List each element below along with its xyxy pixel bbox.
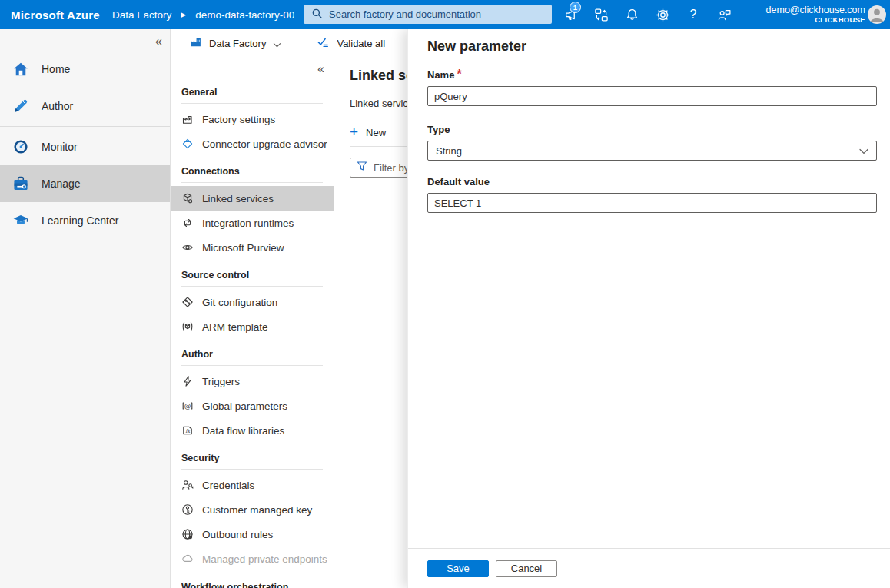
cancel-button[interactable]: Cancel xyxy=(496,560,557,577)
name-input[interactable] xyxy=(427,86,877,106)
default-value-input[interactable] xyxy=(427,193,877,213)
nav-item-label: Managed private endpoints xyxy=(202,553,327,565)
left-navigation: « Home Author Monitor Manage xyxy=(0,29,171,588)
svg-text:@: @ xyxy=(184,402,191,410)
collapse-sidenav-icon[interactable]: « xyxy=(317,61,324,77)
default-value-label: Default value xyxy=(427,176,490,188)
manage-side-nav: « General Factory settings Connector upg… xyxy=(171,58,334,588)
type-select[interactable]: String xyxy=(427,141,877,161)
nav-item-label: Data flow libraries xyxy=(202,425,284,437)
sidebar-item-label: Manage xyxy=(42,178,81,190)
account-tenant: CLICKHOUSE xyxy=(815,16,865,25)
notifications-bell-button[interactable] xyxy=(616,0,647,29)
nav-item-label: ARM template xyxy=(202,321,268,333)
account-info[interactable]: demo@clickhouse.com CLICKHOUSE xyxy=(766,0,865,29)
nav-item-label: Connector upgrade advisor xyxy=(202,138,327,150)
integration-runtimes-icon xyxy=(181,217,194,229)
sidebar-item-global-parameters[interactable]: @ Global parameters xyxy=(171,394,334,418)
leftnav-divider xyxy=(0,126,170,127)
filter-funnel-icon xyxy=(357,161,367,174)
sidebar-item-label: Monitor xyxy=(42,141,78,153)
collapse-leftnav-icon[interactable]: « xyxy=(155,34,162,51)
sidebar-item-author[interactable]: Author xyxy=(0,88,170,125)
nav-item-label: Linked services xyxy=(202,193,274,204)
type-label: Type xyxy=(427,124,450,135)
home-icon xyxy=(12,61,29,78)
validate-all-button[interactable]: Validate all xyxy=(317,35,385,51)
help-icon: ? xyxy=(690,8,697,22)
sidebar-item-data-flow-libraries[interactable]: fx Data flow libraries xyxy=(171,418,334,443)
name-field-group: Name* xyxy=(427,68,876,106)
nav-item-label: Integration runtimes xyxy=(202,218,294,229)
breadcrumb-app[interactable]: Data Factory xyxy=(112,9,171,21)
pencil-icon xyxy=(12,98,29,115)
brand-separator xyxy=(101,7,101,22)
feedback-button[interactable] xyxy=(709,0,739,29)
topbar-icon-group: 1 ? xyxy=(555,0,739,29)
sidebar-item-triggers[interactable]: Triggers xyxy=(171,369,334,394)
type-field-group: Type String xyxy=(427,122,876,161)
sidebar-item-integration-runtimes[interactable]: Integration runtimes xyxy=(171,211,334,235)
section-header-author: Author xyxy=(181,349,323,366)
breadcrumb-arrow-icon: ▶ xyxy=(181,12,186,18)
arm-template-icon xyxy=(181,321,194,333)
sidebar-item-arm-template[interactable]: ARM template xyxy=(171,314,334,339)
required-marker: * xyxy=(457,68,461,81)
sidebar-item-linked-services[interactable]: Linked services xyxy=(171,186,334,211)
breadcrumb-factory[interactable]: demo-data-factory-00 xyxy=(195,9,294,21)
credentials-icon xyxy=(181,479,194,491)
sidebar-item-customer-managed-key[interactable]: Customer managed key xyxy=(171,497,334,522)
sidebar-item-home[interactable]: Home xyxy=(0,51,170,88)
section-header-source-control: Source control xyxy=(181,270,323,287)
help-button[interactable]: ? xyxy=(678,0,709,29)
section-header-workflow-orchestration: Workflow orchestration manager xyxy=(181,581,312,588)
sidebar-item-learning-center[interactable]: Learning Center xyxy=(0,202,170,239)
nav-item-label: Factory settings xyxy=(202,114,275,125)
factory-menu-label: Data Factory xyxy=(209,38,266,49)
nav-item-label: Global parameters xyxy=(202,400,287,412)
svg-text:fx: fx xyxy=(185,428,191,434)
validate-all-label: Validate all xyxy=(337,38,385,49)
sidebar-item-manage[interactable]: Manage xyxy=(0,165,170,202)
avatar[interactable] xyxy=(868,5,886,24)
save-button[interactable]: Save xyxy=(427,560,489,577)
search-placeholder: Search factory and documentation xyxy=(329,8,481,20)
sidebar-item-credentials[interactable]: Credentials xyxy=(171,473,334,497)
top-bar: Microsoft Azure Data Factory ▶ demo-data… xyxy=(0,0,890,29)
select-chevron-down-icon xyxy=(859,145,868,157)
search-icon xyxy=(311,8,323,22)
globe-icon xyxy=(181,528,194,540)
default-value-field-group: Default value xyxy=(427,174,876,213)
factory-settings-icon xyxy=(181,113,194,125)
new-linked-service-button[interactable]: + New xyxy=(350,126,403,138)
azure-brand[interactable]: Microsoft Azure xyxy=(11,0,100,29)
git-icon xyxy=(181,296,194,308)
nav-item-label: Triggers xyxy=(202,376,240,387)
breadcrumb: Data Factory ▶ demo-data-factory-00 xyxy=(112,0,294,29)
sidebar-item-connector-upgrade-advisor[interactable]: Connector upgrade advisor xyxy=(171,131,334,156)
switch-context-button[interactable] xyxy=(586,0,616,29)
factory-menu-button[interactable]: Data Factory xyxy=(189,35,281,51)
diamond-advisor-icon xyxy=(181,138,194,150)
lightning-icon xyxy=(181,375,194,387)
linked-services-icon xyxy=(181,192,194,204)
settings-gear-button[interactable] xyxy=(647,0,678,29)
purview-eye-icon xyxy=(181,241,194,254)
sidebar-item-git-configuration[interactable]: Git configuration xyxy=(171,290,334,314)
account-email: demo@clickhouse.com xyxy=(766,5,865,15)
panel-footer: Save Cancel xyxy=(408,548,890,588)
chevron-down-icon xyxy=(273,37,281,51)
announcements-button[interactable]: 1 xyxy=(555,0,586,29)
global-search[interactable]: Search factory and documentation xyxy=(304,5,552,24)
nav-item-label: Microsoft Purview xyxy=(202,242,284,254)
managed-key-icon xyxy=(181,503,194,516)
sidebar-item-managed-private-endpoints[interactable]: Managed private endpoints xyxy=(171,546,334,571)
sidebar-item-microsoft-purview[interactable]: Microsoft Purview xyxy=(171,235,334,260)
data-factory-icon xyxy=(189,35,202,51)
sidebar-item-label: Learning Center xyxy=(42,214,118,227)
sidebar-item-monitor[interactable]: Monitor xyxy=(0,128,170,165)
validate-check-icon xyxy=(317,35,330,51)
sidebar-item-outbound-rules[interactable]: Outbound rules xyxy=(171,522,334,546)
data-flow-libraries-icon: fx xyxy=(181,424,194,437)
sidebar-item-factory-settings[interactable]: Factory settings xyxy=(171,107,334,131)
